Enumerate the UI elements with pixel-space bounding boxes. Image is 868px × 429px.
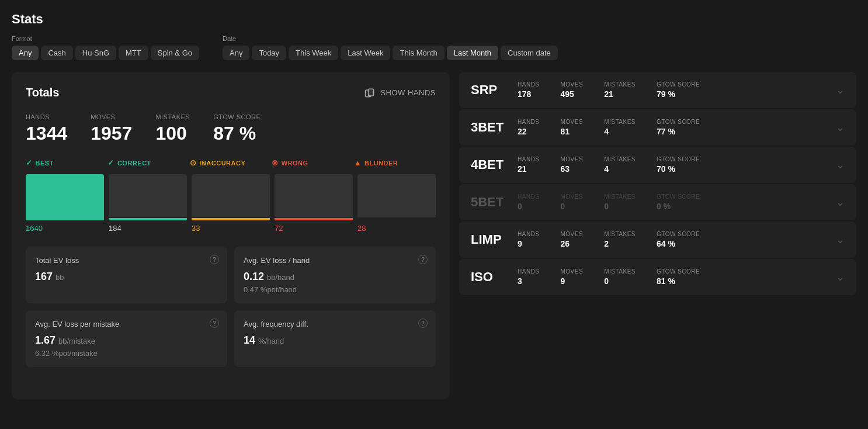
bar-body-correct xyxy=(109,174,187,217)
bar-correct: 184 xyxy=(109,174,187,233)
sc-hands-srp: HANDS 178 xyxy=(518,81,540,99)
format-filter-label: Format xyxy=(12,35,199,42)
bar-best: 1640 xyxy=(26,174,104,233)
date-btn-group: Any Today This Week Last Week This Month… xyxy=(223,46,558,60)
bar-blunder: 28 xyxy=(357,174,436,233)
bar-count-blunder: 28 xyxy=(357,224,436,233)
scenario-row[interactable]: SRP HANDS 178 MOVES 495 MISTAKES 21 GTOW… xyxy=(459,72,856,108)
avg-ev-hand-value: 0.12 bb/hand xyxy=(244,271,426,283)
sc-gtow-iso: GTOW SCORE 81 % xyxy=(657,268,700,286)
sc-gtow-limp: GTOW SCORE 64 % xyxy=(657,231,700,248)
sc-moves-srp: MOVES 495 xyxy=(561,81,584,99)
hands-label: HANDS xyxy=(26,113,67,120)
bar-indicator-blunder xyxy=(357,218,436,220)
avg-ev-hand-info-icon[interactable]: ? xyxy=(418,255,428,264)
bar-body-wrong xyxy=(275,174,353,217)
format-btn-husng[interactable]: Hu SnG xyxy=(75,46,116,60)
date-filter-label: Date xyxy=(223,35,558,42)
total-ev-value: 167 bb xyxy=(35,271,218,283)
sc-hands-4bet: HANDS 21 xyxy=(518,156,540,174)
chevron-down-icon: ⌄ xyxy=(836,233,845,246)
avg-ev-mistake-value2: 6.32 %pot/mistake xyxy=(35,349,218,358)
scenario-row[interactable]: 3BET HANDS 22 MOVES 81 MISTAKES 4 GTOW S… xyxy=(459,109,856,146)
format-btn-mtt[interactable]: MTT xyxy=(119,46,148,60)
sc-moves-limp: MOVES 26 xyxy=(561,231,584,248)
chevron-down-icon: ⌄ xyxy=(836,271,845,283)
format-btn-spingo[interactable]: Spin & Go xyxy=(151,46,199,60)
mistakes-label: MISTAKES xyxy=(155,113,190,120)
chevron-down-icon: ⌄ xyxy=(836,196,845,209)
stats-row: HANDS 1344 MOVES 1957 MISTAKES 100 GTOW … xyxy=(26,113,436,144)
sc-gtow-srp: GTOW SCORE 79 % xyxy=(657,81,700,99)
sc-moves-4bet: MOVES 63 xyxy=(561,156,584,174)
stat-gtow: GTOW SCORE 87 % xyxy=(213,113,261,144)
gtow-value: 87 % xyxy=(213,123,261,144)
hands-value: 1344 xyxy=(26,123,67,144)
avg-ev-mistake-info-icon[interactable]: ? xyxy=(210,319,219,328)
cards-icon xyxy=(364,87,376,99)
total-ev-title: Total EV loss xyxy=(35,256,218,265)
date-btn-any[interactable]: Any xyxy=(223,46,249,60)
sc-mistakes-limp: MISTAKES 2 xyxy=(604,231,636,248)
sc-gtow-4bet: GTOW SCORE 70 % xyxy=(657,156,700,174)
bar-indicator-correct xyxy=(109,218,187,220)
scenario-name-3bet: 3BET xyxy=(471,120,518,135)
date-btn-custom[interactable]: Custom date xyxy=(501,46,558,60)
format-btn-cash[interactable]: Cash xyxy=(41,46,72,60)
scenario-name-iso: ISO xyxy=(471,269,518,285)
sc-mistakes-srp: MISTAKES 21 xyxy=(604,81,636,99)
sc-moves-5bet: MOVES 0 xyxy=(561,193,584,211)
card-avg-ev-mistake: Avg. EV loss per mistake 1.67 bb/mistake… xyxy=(26,310,227,367)
bar-inaccuracy: 33 xyxy=(192,174,270,233)
avg-freq-info-icon[interactable]: ? xyxy=(418,319,428,328)
triangle-icon-blunder: ▲ xyxy=(354,158,362,167)
format-btn-any[interactable]: Any xyxy=(12,46,39,60)
check-icon-best: ✓ xyxy=(26,158,33,167)
sc-mistakes-4bet: MISTAKES 4 xyxy=(604,156,636,174)
date-btn-thismonth[interactable]: This Month xyxy=(393,46,444,60)
total-ev-info-icon[interactable]: ? xyxy=(210,255,219,264)
main-content: Totals SHOW HANDS HANDS 1344 MOVES 1957 … xyxy=(12,72,856,399)
date-filter-group: Date Any Today This Week Last Week This … xyxy=(223,35,558,60)
avg-freq-title: Avg. frequency diff. xyxy=(244,320,426,328)
scenario-row[interactable]: LIMP HANDS 9 MOVES 26 MISTAKES 2 GTOW SC… xyxy=(459,222,856,258)
scenario-row[interactable]: 5BET HANDS 0 MOVES 0 MISTAKES 0 GTOW SCO… xyxy=(459,184,856,220)
mistake-labels: ✓ BEST ✓ CORRECT ⊙ INACCURACY ⊗ WRONG ▲ … xyxy=(26,158,436,167)
card-avg-ev-hand: Avg. EV loss / hand 0.12 bb/hand 0.47 %p… xyxy=(234,247,436,303)
bar-count-correct: 184 xyxy=(109,224,187,233)
warn-icon-inaccuracy: ⊙ xyxy=(190,158,197,167)
scenario-name-4bet: 4BET xyxy=(471,157,518,172)
stat-moves: MOVES 1957 xyxy=(91,113,132,144)
avg-ev-hand-title: Avg. EV loss / hand xyxy=(244,256,426,265)
scenario-stats-limp: HANDS 9 MOVES 26 MISTAKES 2 GTOW SCORE 6… xyxy=(518,231,836,248)
bottom-cards: Total EV loss 167 bb ? Avg. EV loss / ha… xyxy=(26,247,436,367)
scenario-stats-3bet: HANDS 22 MOVES 81 MISTAKES 4 GTOW SCORE … xyxy=(518,119,836,136)
sc-moves-3bet: MOVES 81 xyxy=(561,119,584,136)
date-btn-thisweek[interactable]: This Week xyxy=(289,46,338,60)
chevron-down-icon: ⌄ xyxy=(836,158,845,171)
scenario-row[interactable]: ISO HANDS 3 MOVES 9 MISTAKES 0 GTOW SCOR… xyxy=(459,259,856,295)
sc-mistakes-5bet: MISTAKES 0 xyxy=(604,193,636,211)
totals-title: Totals xyxy=(26,86,59,99)
show-hands-button[interactable]: SHOW HANDS xyxy=(364,87,436,99)
check-icon-correct: ✓ xyxy=(107,158,114,167)
bar-count-wrong: 72 xyxy=(275,224,353,233)
scenario-row[interactable]: 4BET HANDS 21 MOVES 63 MISTAKES 4 GTOW S… xyxy=(459,147,856,183)
bars-container: 1640 184 33 72 xyxy=(26,174,436,233)
left-panel: Totals SHOW HANDS HANDS 1344 MOVES 1957 … xyxy=(12,72,450,399)
sc-gtow-5bet: GTOW SCORE 0 % xyxy=(657,193,700,211)
scenario-stats-iso: HANDS 3 MOVES 9 MISTAKES 0 GTOW SCORE 81… xyxy=(518,268,836,286)
date-btn-lastmonth[interactable]: Last Month xyxy=(447,46,498,60)
label-inaccuracy: ⊙ INACCURACY xyxy=(190,158,272,167)
page-title: Stats xyxy=(12,12,856,27)
bar-count-inaccuracy: 33 xyxy=(192,224,270,233)
date-btn-lastweek[interactable]: Last Week xyxy=(341,46,390,60)
svg-rect-1 xyxy=(369,89,374,96)
chevron-down-icon: ⌄ xyxy=(836,121,845,134)
scenario-name-5bet: 5BET xyxy=(471,195,518,210)
bar-indicator-wrong xyxy=(275,218,353,220)
format-btn-group: Any Cash Hu SnG MTT Spin & Go xyxy=(12,46,199,60)
warn-icon-wrong: ⊗ xyxy=(272,158,279,167)
date-btn-today[interactable]: Today xyxy=(252,46,286,60)
bar-body-blunder xyxy=(357,174,436,217)
